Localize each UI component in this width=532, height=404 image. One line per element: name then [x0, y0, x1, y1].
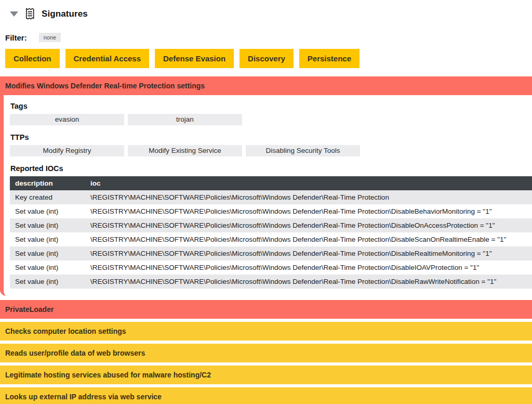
signature-banner-legit-hosting-abuse[interactable]: Legitimate hosting services abused for m… — [0, 366, 532, 384]
ioc-col-description: description — [10, 176, 85, 190]
signatures-page: Signatures Filter: none Collection Crede… — [0, 0, 532, 404]
ttp-pill-modify-registry[interactable]: Modify Registry — [10, 145, 124, 157]
tags-heading: Tags — [10, 102, 532, 110]
table-row: Set value (int) \REGISTRY\MACHINE\SOFTWA… — [10, 246, 532, 260]
ioc-table-header-row: description ioc — [10, 176, 532, 190]
signature-banner-modifies-defender[interactable]: Modifies Windows Defender Real-time Prot… — [0, 76, 532, 95]
ioc-value: \REGISTRY\MACHINE\SOFTWARE\Policies\Micr… — [85, 218, 532, 232]
ioc-value: \REGISTRY\MACHINE\SOFTWARE\Policies\Micr… — [85, 246, 532, 260]
signature-banner-checks-location[interactable]: Checks computer location settings — [0, 322, 532, 341]
filter-buttons-row: Collection Credential Access Defense Eva… — [5, 49, 532, 68]
ioc-description: Set value (int) — [10, 232, 85, 246]
ioc-description: Set value (int) — [10, 260, 85, 275]
filter-button-credential-access[interactable]: Credential Access — [65, 49, 150, 68]
ioc-col-ioc: ioc — [85, 176, 532, 190]
tags-row: evasion trojan — [10, 114, 532, 125]
ttp-pill-disabling-security-tools[interactable]: Disabling Security Tools — [246, 145, 360, 157]
table-row: Set value (int) \REGISTRY\MACHINE\SOFTWA… — [10, 275, 532, 289]
filter-button-collection[interactable]: Collection — [5, 49, 60, 68]
tag-pill-evasion[interactable]: evasion — [10, 114, 124, 125]
table-row: Set value (int) \REGISTRY\MACHINE\SOFTWA… — [10, 204, 532, 218]
filter-label: Filter: — [5, 33, 27, 42]
filter-button-defense-evasion[interactable]: Defense Evasion — [155, 49, 234, 68]
table-row: Set value (int) \REGISTRY\MACHINE\SOFTWA… — [10, 218, 532, 232]
tag-pill-trojan[interactable]: trojan — [128, 114, 242, 125]
signature-detail-panel: Tags evasion trojan TTPs Modify Registry… — [0, 95, 532, 296]
ioc-value: \REGISTRY\MACHINE\SOFTWARE\Policies\Micr… — [85, 190, 532, 204]
ttps-row: Modify Registry Modify Existing Service … — [10, 145, 532, 157]
ioc-description: Set value (int) — [10, 246, 85, 260]
ioc-value: \REGISTRY\MACHINE\SOFTWARE\Policies\Micr… — [85, 232, 532, 246]
receipt-icon — [24, 7, 36, 21]
ioc-description: Set value (int) — [10, 218, 85, 232]
signature-banner-reads-browser-data[interactable]: Reads user/profile data of web browsers — [0, 344, 532, 362]
filter-value-badge: none — [39, 33, 61, 42]
reported-iocs-heading: Reported IOCs — [10, 164, 532, 173]
table-row: Key created \REGISTRY\MACHINE\SOFTWARE\P… — [10, 190, 532, 204]
signature-card-expanded: Modifies Windows Defender Real-time Prot… — [0, 76, 532, 296]
filter-button-discovery[interactable]: Discovery — [240, 49, 294, 68]
table-row: Set value (int) \REGISTRY\MACHINE\SOFTWA… — [10, 232, 532, 246]
ioc-description: Set value (int) — [10, 204, 85, 218]
ttp-pill-modify-existing-service[interactable]: Modify Existing Service — [128, 145, 242, 157]
ioc-value: \REGISTRY\MACHINE\SOFTWARE\Policies\Micr… — [85, 260, 532, 275]
ioc-value: \REGISTRY\MACHINE\SOFTWARE\Policies\Micr… — [85, 204, 532, 218]
ioc-value: \REGISTRY\MACHINE\SOFTWARE\Policies\Micr… — [85, 275, 532, 289]
ttps-heading: TTPs — [10, 133, 532, 141]
table-row: Set value (int) \REGISTRY\MACHINE\SOFTWA… — [10, 260, 532, 275]
signature-banner-external-ip-lookup[interactable]: Looks up external IP address via web ser… — [0, 387, 532, 404]
filter-button-persistence[interactable]: Persistence — [299, 49, 360, 68]
signature-banner-privateloader[interactable]: PrivateLoader — [0, 300, 532, 319]
section-header: Signatures — [0, 0, 532, 21]
ioc-description: Set value (int) — [10, 275, 85, 289]
collapse-arrow-icon[interactable] — [10, 11, 18, 17]
ioc-description: Key created — [10, 190, 85, 204]
filter-row: Filter: none — [5, 33, 532, 42]
ioc-table: description ioc Key created \REGISTRY\MA… — [10, 176, 532, 289]
page-title: Signatures — [42, 9, 88, 19]
